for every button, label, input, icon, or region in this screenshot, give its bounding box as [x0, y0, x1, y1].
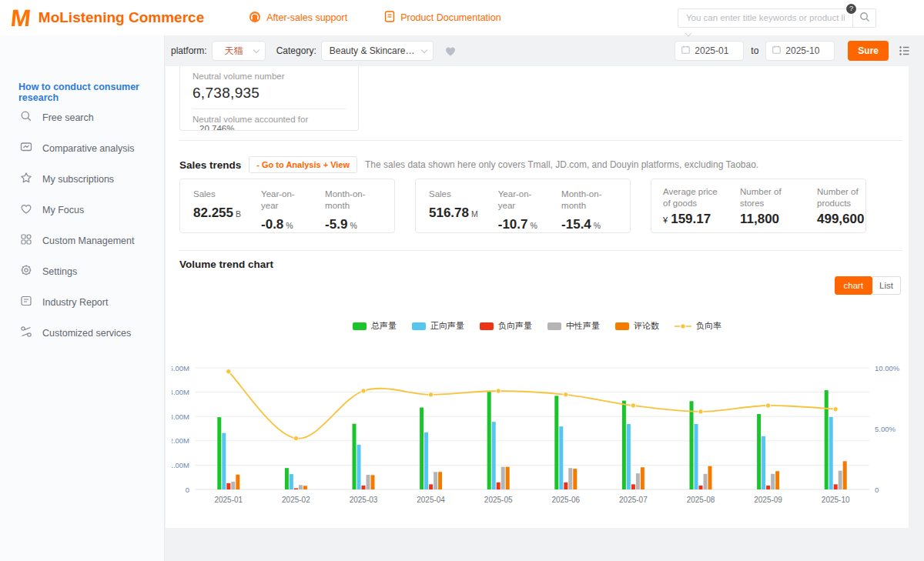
collapse-chevron-icon[interactable] [685, 29, 691, 36]
sidebar-item-free-search[interactable]: Free search [0, 102, 164, 133]
sidebar-item-label: Free search [42, 112, 94, 123]
legend-swatch [480, 322, 494, 330]
legend-item-2[interactable]: 正向声量 [412, 320, 464, 332]
sales-trends-note: The sales data shown here only covers Tm… [365, 159, 758, 170]
svg-text:5.00%: 5.00% [875, 425, 896, 433]
date-from-value: 2025-01 [695, 45, 728, 56]
nav-label: After-sales support [266, 12, 347, 23]
legend-item-5[interactable]: 评论数 [615, 320, 659, 332]
metric-label: Year-on-year [498, 189, 541, 212]
metric-col: Number of stores 11,800 [740, 186, 803, 225]
content-panel: Neutral volume number 6,738,935 Neutral … [166, 66, 909, 528]
legend-label: 正向声量 [430, 320, 464, 332]
svg-text:1.00M: 1.00M [172, 461, 189, 469]
legend-label: 总声量 [371, 320, 397, 332]
sidebar-item-label: Industry Report [42, 297, 108, 308]
headset-icon [249, 11, 261, 25]
help-badge-icon[interactable]: ? [846, 4, 856, 14]
metric-col: Sales 516.78M [429, 189, 478, 223]
brand-logo: M [9, 6, 30, 30]
panel-list-icon[interactable] [899, 45, 910, 56]
sales-trends-title: Sales trends [179, 159, 241, 171]
report-icon [20, 295, 32, 310]
svg-text:4.00M: 4.00M [172, 388, 189, 396]
legend-item-1[interactable]: 总声量 [353, 320, 397, 332]
legend-item-6[interactable]: 负向率 [675, 320, 721, 332]
svg-text:3.00M: 3.00M [172, 412, 189, 421]
svg-text:2025-06: 2025-06 [551, 496, 580, 504]
metric-col: Number of products 499,600 [817, 186, 880, 225]
chevron-down-icon [420, 46, 427, 52]
sidebar-item-comparative-analysis[interactable]: Comparative analysis [0, 133, 164, 164]
metric-col: Sales 82.255B [193, 189, 241, 223]
metric-col: Average price of goods ¥ 159.17 [663, 186, 726, 225]
metric-col: Year-on-year -0.8% [261, 189, 305, 223]
grid-icon [20, 233, 32, 249]
metric-value: ¥ 159.17 [663, 212, 726, 227]
metric-label: Year-on-year [261, 189, 305, 212]
sidebar-item-customized-services[interactable]: Customized services [0, 318, 164, 349]
sidebar-item-label: Comparative analysis [42, 143, 135, 154]
metric-label: Average price of goods [663, 186, 726, 209]
volume-trend-title: Volume trend chart [179, 259, 273, 270]
sidebar-item-settings[interactable]: Settings [0, 256, 164, 287]
date-to-input[interactable]: 2025-10 [765, 41, 835, 61]
favorite-heart-icon[interactable] [444, 45, 457, 57]
nav-after-sales-support[interactable]: After-sales support [249, 11, 347, 25]
legend-swatch [615, 322, 629, 330]
to-label: to [751, 45, 758, 56]
sidebar-item-my-subscriptions[interactable]: My subscriptions [0, 164, 164, 195]
sidebar-item-custom-management[interactable]: Custom Management [0, 225, 164, 256]
legend-item-3[interactable]: 负向声量 [480, 320, 532, 332]
category-label: Category: [276, 45, 316, 56]
section-divider [179, 250, 902, 251]
category-select[interactable]: Beauty & Skincare/Bo... [321, 41, 434, 61]
legend-label: 负向声量 [498, 320, 532, 332]
sure-button[interactable]: Sure [848, 41, 889, 61]
sidebar: How to conduct consumer research Free se… [0, 35, 165, 561]
calendar-icon [681, 45, 690, 56]
compare-icon [20, 141, 32, 156]
filter-bar: platform: 天猫 Category: Beauty & Skincare… [165, 35, 924, 66]
platform-select[interactable]: 天猫 [212, 41, 266, 61]
metric-value: 516.78M [429, 205, 478, 221]
heart-icon [20, 203, 32, 218]
nav-product-documentation[interactable]: Product Documentation [384, 11, 501, 25]
document-icon [384, 11, 395, 25]
calendar-icon [772, 45, 781, 56]
metric-value: 499,600 [817, 212, 880, 227]
sales-amount-card: Sales 516.78M Year-on-year -10.7% Month-… [415, 179, 631, 233]
chart-list-toggle: chart List [835, 276, 901, 295]
neutral-volume-title: Neutral volume number [192, 72, 346, 81]
date-to-value: 2025-10 [785, 45, 819, 56]
app-header: M MoListening Commerce After-sales suppo… [0, 0, 924, 35]
goods-stats-card: Average price of goods ¥ 159.17 Number o… [651, 179, 866, 233]
legend-swatch [412, 322, 426, 330]
svg-text:2025-05: 2025-05 [484, 496, 513, 504]
toggle-list-button[interactable]: List [872, 276, 901, 295]
sidebar-item-my-focus[interactable]: My Focus [0, 195, 164, 225]
metric-col: Year-on-year -10.7% [498, 189, 541, 223]
metric-value: 11,800 [740, 212, 803, 227]
legend-swatch [353, 322, 367, 330]
metric-col: Month-on-month -15.4% [561, 189, 617, 223]
svg-text:2025-02: 2025-02 [282, 496, 310, 504]
volume-trend-chart: 5.00M4.00M3.00M2.00M1.00M010.00%5.00%020… [172, 357, 903, 523]
go-to-analysis-button[interactable]: - Go to Analysis + View [249, 156, 357, 173]
header-nav: After-sales support Product Documentatio… [249, 11, 501, 25]
svg-text:2025-03: 2025-03 [350, 496, 378, 504]
search-input[interactable] [678, 8, 853, 28]
metric-label: Number of stores [740, 186, 803, 209]
sidebar-item-industry-report[interactable]: Industry Report [0, 287, 164, 318]
sidebar-item-label: My Focus [42, 205, 84, 215]
consumer-research-link[interactable]: How to conduct consumer research [18, 82, 164, 103]
legend-line-marker [675, 322, 691, 330]
search-icon [859, 12, 870, 25]
platform-value: 天猫 [220, 45, 248, 58]
legend-item-4[interactable]: 中性声量 [547, 320, 600, 332]
toggle-chart-button[interactable]: chart [835, 276, 873, 295]
svg-text:0: 0 [875, 486, 879, 494]
search-button[interactable] [853, 8, 876, 28]
date-from-input[interactable]: 2025-01 [675, 41, 744, 61]
sidebar-item-label: Customized services [42, 328, 131, 339]
